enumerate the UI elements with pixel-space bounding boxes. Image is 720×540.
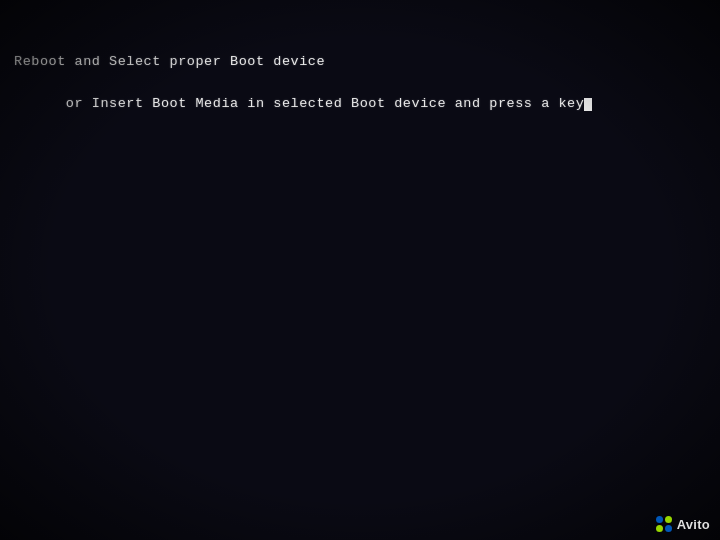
avito-watermark: Avito xyxy=(656,516,710,532)
avito-brand-label: Avito xyxy=(677,517,710,532)
boot-message-area: Reboot and Select proper Boot device or … xyxy=(14,52,706,136)
boot-screen: Reboot and Select proper Boot device or … xyxy=(0,0,720,540)
boot-line-2: or Insert Boot Media in selected Boot de… xyxy=(14,73,706,136)
cursor-blink xyxy=(584,98,592,111)
boot-line-1: Reboot and Select proper Boot device xyxy=(14,52,706,73)
avito-logo-icon xyxy=(656,516,672,532)
avito-dot-tr xyxy=(665,516,672,523)
avito-dot-tl xyxy=(656,516,663,523)
avito-dot-br xyxy=(665,525,672,532)
avito-dot-bl xyxy=(656,525,663,532)
